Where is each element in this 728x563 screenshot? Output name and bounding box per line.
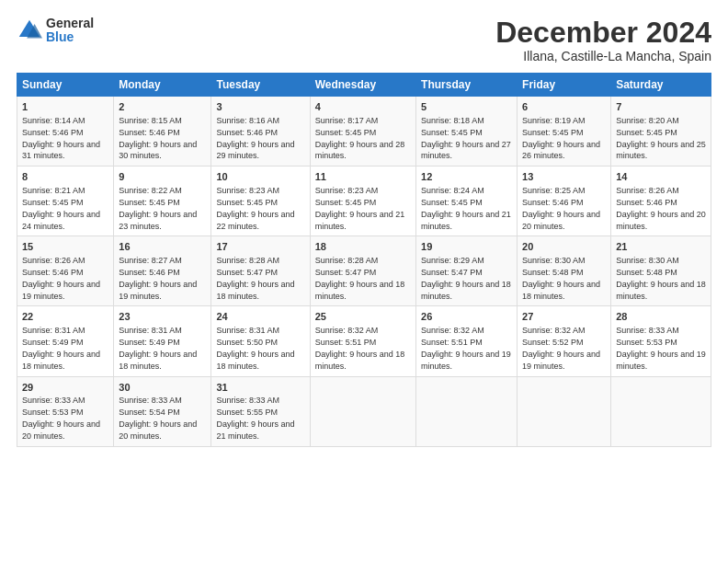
day-number: 27 — [522, 310, 606, 324]
day-cell: 26Sunrise: 8:32 AMSunset: 5:51 PMDayligh… — [416, 306, 518, 376]
day-number: 18 — [315, 240, 411, 254]
day-number: 4 — [315, 100, 411, 114]
day-cell — [518, 376, 611, 446]
logo-icon — [17, 17, 42, 43]
day-info: Sunrise: 8:32 AMSunset: 5:51 PMDaylight:… — [315, 326, 405, 370]
day-cell: 9Sunrise: 8:22 AMSunset: 5:45 PMDaylight… — [114, 167, 211, 236]
day-info: Sunrise: 8:32 AMSunset: 5:52 PMDaylight:… — [522, 326, 600, 370]
day-info: Sunrise: 8:31 AMSunset: 5:49 PMDaylight:… — [119, 326, 197, 370]
day-cell: 3Sunrise: 8:16 AMSunset: 5:46 PMDaylight… — [211, 97, 310, 167]
day-cell: 31Sunrise: 8:33 AMSunset: 5:55 PMDayligh… — [211, 376, 310, 446]
day-cell: 18Sunrise: 8:28 AMSunset: 5:47 PMDayligh… — [310, 236, 415, 306]
day-number: 20 — [522, 240, 606, 254]
day-cell: 10Sunrise: 8:23 AMSunset: 5:45 PMDayligh… — [211, 167, 310, 236]
day-info: Sunrise: 8:29 AMSunset: 5:47 PMDaylight:… — [421, 256, 511, 300]
week-row-5: 29Sunrise: 8:33 AMSunset: 5:53 PMDayligh… — [17, 376, 711, 446]
day-cell: 22Sunrise: 8:31 AMSunset: 5:49 PMDayligh… — [17, 306, 114, 376]
col-header-saturday: Saturday — [611, 74, 711, 97]
day-info: Sunrise: 8:25 AMSunset: 5:46 PMDaylight:… — [522, 186, 600, 230]
day-info: Sunrise: 8:15 AMSunset: 5:46 PMDaylight:… — [119, 116, 197, 160]
day-number: 13 — [522, 170, 606, 184]
day-cell: 12Sunrise: 8:24 AMSunset: 5:45 PMDayligh… — [416, 167, 518, 236]
day-number: 8 — [22, 170, 108, 184]
day-number: 3 — [216, 100, 304, 114]
day-cell: 29Sunrise: 8:33 AMSunset: 5:53 PMDayligh… — [17, 376, 114, 446]
day-cell: 11Sunrise: 8:23 AMSunset: 5:45 PMDayligh… — [310, 167, 415, 236]
day-cell: 2Sunrise: 8:15 AMSunset: 5:46 PMDaylight… — [114, 97, 211, 167]
day-info: Sunrise: 8:22 AMSunset: 5:45 PMDaylight:… — [119, 186, 197, 230]
day-cell: 28Sunrise: 8:33 AMSunset: 5:53 PMDayligh… — [611, 306, 711, 376]
logo-text: General Blue — [46, 17, 94, 45]
col-header-tuesday: Tuesday — [211, 74, 310, 97]
day-info: Sunrise: 8:30 AMSunset: 5:48 PMDaylight:… — [616, 256, 706, 300]
day-cell: 6Sunrise: 8:19 AMSunset: 5:45 PMDaylight… — [518, 97, 611, 167]
col-header-thursday: Thursday — [416, 74, 518, 97]
day-info: Sunrise: 8:19 AMSunset: 5:45 PMDaylight:… — [522, 116, 600, 160]
day-cell: 15Sunrise: 8:26 AMSunset: 5:46 PMDayligh… — [17, 236, 114, 306]
day-cell — [416, 376, 518, 446]
day-number: 19 — [421, 240, 512, 254]
day-info: Sunrise: 8:23 AMSunset: 5:45 PMDaylight:… — [315, 186, 405, 230]
day-number: 29 — [22, 381, 108, 395]
day-cell: 13Sunrise: 8:25 AMSunset: 5:46 PMDayligh… — [518, 167, 611, 236]
day-number: 6 — [522, 100, 606, 114]
day-number: 16 — [119, 240, 206, 254]
day-info: Sunrise: 8:27 AMSunset: 5:46 PMDaylight:… — [119, 256, 197, 300]
subtitle: Illana, Castille-La Mancha, Spain — [495, 49, 711, 63]
day-info: Sunrise: 8:33 AMSunset: 5:54 PMDaylight:… — [119, 396, 197, 440]
day-cell: 25Sunrise: 8:32 AMSunset: 5:51 PMDayligh… — [310, 306, 415, 376]
day-number: 24 — [216, 310, 304, 324]
col-header-monday: Monday — [114, 74, 211, 97]
day-number: 9 — [119, 170, 206, 184]
day-info: Sunrise: 8:33 AMSunset: 5:53 PMDaylight:… — [22, 396, 100, 440]
day-number: 25 — [315, 310, 411, 324]
day-info: Sunrise: 8:18 AMSunset: 5:45 PMDaylight:… — [421, 116, 511, 160]
day-info: Sunrise: 8:17 AMSunset: 5:45 PMDaylight:… — [315, 116, 405, 160]
day-number: 2 — [119, 100, 206, 114]
day-info: Sunrise: 8:33 AMSunset: 5:53 PMDaylight:… — [616, 326, 706, 370]
day-number: 5 — [421, 100, 512, 114]
day-info: Sunrise: 8:14 AMSunset: 5:46 PMDaylight:… — [22, 116, 100, 160]
day-info: Sunrise: 8:26 AMSunset: 5:46 PMDaylight:… — [616, 186, 706, 230]
day-cell: 7Sunrise: 8:20 AMSunset: 5:45 PMDaylight… — [611, 97, 711, 167]
day-number: 28 — [616, 310, 706, 324]
day-info: Sunrise: 8:16 AMSunset: 5:46 PMDaylight:… — [216, 116, 294, 160]
day-info: Sunrise: 8:23 AMSunset: 5:45 PMDaylight:… — [216, 186, 294, 230]
day-number: 11 — [315, 170, 411, 184]
day-cell: 5Sunrise: 8:18 AMSunset: 5:45 PMDaylight… — [416, 97, 518, 167]
calendar-table: SundayMondayTuesdayWednesdayThursdayFrid… — [17, 73, 711, 446]
header-row: SundayMondayTuesdayWednesdayThursdayFrid… — [17, 74, 711, 97]
main-title: December 2024 — [495, 17, 711, 49]
day-cell: 16Sunrise: 8:27 AMSunset: 5:46 PMDayligh… — [114, 236, 211, 306]
day-number: 12 — [421, 170, 512, 184]
day-cell: 20Sunrise: 8:30 AMSunset: 5:48 PMDayligh… — [518, 236, 611, 306]
col-header-sunday: Sunday — [17, 74, 114, 97]
day-number: 14 — [616, 170, 706, 184]
col-header-wednesday: Wednesday — [310, 74, 415, 97]
day-cell: 14Sunrise: 8:26 AMSunset: 5:46 PMDayligh… — [611, 167, 711, 236]
day-info: Sunrise: 8:28 AMSunset: 5:47 PMDaylight:… — [315, 256, 405, 300]
day-number: 15 — [22, 240, 108, 254]
day-cell: 17Sunrise: 8:28 AMSunset: 5:47 PMDayligh… — [211, 236, 310, 306]
day-info: Sunrise: 8:20 AMSunset: 5:45 PMDaylight:… — [616, 116, 706, 160]
day-number: 22 — [22, 310, 108, 324]
day-number: 7 — [616, 100, 706, 114]
day-cell — [611, 376, 711, 446]
day-info: Sunrise: 8:31 AMSunset: 5:50 PMDaylight:… — [216, 326, 294, 370]
day-number: 30 — [119, 381, 206, 395]
day-info: Sunrise: 8:24 AMSunset: 5:45 PMDaylight:… — [421, 186, 511, 230]
day-cell: 27Sunrise: 8:32 AMSunset: 5:52 PMDayligh… — [518, 306, 611, 376]
day-info: Sunrise: 8:32 AMSunset: 5:51 PMDaylight:… — [421, 326, 511, 370]
week-row-3: 15Sunrise: 8:26 AMSunset: 5:46 PMDayligh… — [17, 236, 711, 306]
day-number: 23 — [119, 310, 206, 324]
day-number: 31 — [216, 381, 304, 395]
day-cell: 4Sunrise: 8:17 AMSunset: 5:45 PMDaylight… — [310, 97, 415, 167]
day-cell: 8Sunrise: 8:21 AMSunset: 5:45 PMDaylight… — [17, 167, 114, 236]
day-number: 10 — [216, 170, 304, 184]
day-number: 26 — [421, 310, 512, 324]
day-info: Sunrise: 8:31 AMSunset: 5:49 PMDaylight:… — [22, 326, 100, 370]
day-info: Sunrise: 8:28 AMSunset: 5:47 PMDaylight:… — [216, 256, 294, 300]
week-row-1: 1Sunrise: 8:14 AMSunset: 5:46 PMDaylight… — [17, 97, 711, 167]
day-info: Sunrise: 8:26 AMSunset: 5:46 PMDaylight:… — [22, 256, 100, 300]
day-info: Sunrise: 8:33 AMSunset: 5:55 PMDaylight:… — [216, 396, 294, 440]
